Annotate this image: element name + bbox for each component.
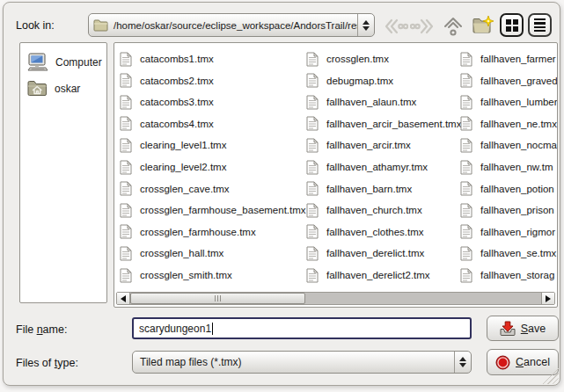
file-icon	[306, 95, 319, 110]
file-grid: catacombs1.tmx catacombs2.tmx catacombs3…	[114, 43, 557, 291]
file-item[interactable]: fallhaven_rigmor	[460, 223, 555, 241]
file-icon	[120, 181, 132, 196]
path-combobox[interactable]: /home/oskar/source/eclipse_workspace/And…	[88, 13, 375, 37]
file-item[interactable]: crossglen.tmx	[306, 50, 389, 68]
file-name-value: scarydungeon1	[139, 323, 211, 335]
file-icon	[120, 116, 132, 131]
forward-icon[interactable]	[410, 14, 435, 38]
file-icon	[460, 73, 472, 88]
up-folder-icon[interactable]	[441, 14, 465, 38]
file-item[interactable]: fallhaven_se.tmx	[460, 244, 556, 262]
file-name-label: fallhaven_arcir.tmx	[326, 140, 411, 150]
file-name-label: crossglen_hall.tmx	[140, 248, 223, 258]
file-item[interactable]: crossglen_hall.tmx	[120, 244, 223, 262]
file-name-label: fallhaven_church.tmx	[326, 205, 422, 215]
save-button-label: Save	[521, 323, 546, 335]
file-item[interactable]: fallhaven_nw.tm	[460, 158, 553, 176]
file-icon	[306, 203, 319, 218]
file-item[interactable]: fallhaven_ne.tmx	[460, 115, 557, 133]
file-item[interactable]: fallhaven_storag	[460, 266, 554, 284]
look-in-label: Look in:	[16, 19, 55, 32]
file-item[interactable]: crossglen_cave.tmx	[120, 180, 230, 198]
current-path: /home/oskar/source/eclipse_workspace/And…	[108, 20, 357, 31]
save-button[interactable]: Save	[487, 316, 559, 341]
file-icon	[460, 52, 472, 67]
file-name-label: catacombs1.tmx	[140, 54, 214, 64]
cancel-button-label: Cancel	[516, 356, 550, 368]
scrollbar-thumb[interactable]	[130, 293, 305, 304]
scroll-left-icon[interactable]	[117, 293, 130, 304]
file-item[interactable]: catacombs1.tmx	[120, 50, 214, 68]
file-name-label: debugmap.tmx	[326, 76, 393, 86]
file-type-combobox[interactable]: Tiled map files (*.tmx)	[132, 351, 472, 374]
file-item[interactable]: fallhaven_arcir.tmx	[306, 136, 411, 154]
file-icon	[460, 246, 472, 261]
file-item[interactable]: fallhaven_potion	[460, 180, 554, 198]
cancel-button[interactable]: Cancel	[487, 349, 559, 375]
grid-view-icon[interactable]	[500, 13, 524, 37]
file-item[interactable]: fallhaven_church.tmx	[306, 201, 422, 219]
file-name-label: fallhaven_alaun.tmx	[326, 97, 416, 107]
file-item[interactable]: fallhaven_arcir_basement.tmx	[306, 115, 461, 133]
file-icon	[306, 246, 319, 261]
file-item[interactable]: crossglen_farmhouse_basement.tmx	[120, 201, 306, 219]
file-icon	[306, 138, 319, 153]
file-item[interactable]: fallhaven_clothes.tmx	[306, 223, 424, 241]
file-item[interactable]: clearing_level2.tmx	[120, 158, 226, 176]
file-name-label: fallhaven_nocma	[480, 140, 557, 150]
computer-icon	[27, 53, 48, 71]
file-item[interactable]: crossglen_smith.tmx	[120, 266, 232, 284]
file-item[interactable]: fallhaven_farmer	[460, 50, 556, 68]
file-item[interactable]: fallhaven_alaun.tmx	[306, 93, 416, 111]
file-item[interactable]: catacombs3.tmx	[120, 93, 214, 111]
sidebar-item-label: Computer	[55, 56, 102, 69]
file-item[interactable]: catacombs4.tmx	[120, 115, 214, 133]
file-name-label: fallhaven_potion	[480, 184, 554, 194]
horizontal-scrollbar[interactable]	[116, 292, 555, 305]
file-name-label: clearing_level2.tmx	[140, 162, 226, 172]
save-icon	[500, 321, 516, 336]
file-name-label: catacombs4.tmx	[140, 119, 214, 129]
file-icon	[120, 203, 132, 218]
file-name-label: crossglen_farmhouse_basement.tmx	[140, 205, 306, 215]
file-name-label: fallhaven_farmer	[480, 54, 556, 64]
file-item[interactable]: debugmap.tmx	[306, 72, 393, 90]
path-combo-spinner-icon[interactable]	[357, 14, 374, 36]
file-icon	[120, 138, 132, 153]
file-item[interactable]: fallhaven_athamyr.tmx	[306, 158, 428, 176]
file-item[interactable]: fallhaven_graved	[460, 72, 557, 90]
type-combo-spinner-icon[interactable]	[454, 352, 471, 373]
file-name-label: fallhaven_barn.tmx	[326, 184, 412, 194]
file-item[interactable]: fallhaven_derelict2.tmx	[306, 266, 430, 284]
file-name-input[interactable]: scarydungeon1	[132, 317, 472, 339]
file-item[interactable]: fallhaven_prison	[460, 201, 554, 219]
file-icon	[120, 73, 132, 88]
list-view-icon[interactable]	[528, 13, 552, 37]
file-name-label: fallhaven_storag	[480, 270, 554, 280]
scroll-right-icon[interactable]	[541, 293, 554, 304]
sidebar-item-computer[interactable]: Computer	[20, 48, 106, 76]
file-name-label: fallhaven_derelict.tmx	[326, 248, 424, 258]
file-item[interactable]: clearing_level1.tmx	[120, 136, 226, 154]
home-folder-icon	[27, 80, 48, 97]
folder-icon	[93, 19, 108, 32]
file-name-label: catacombs3.tmx	[140, 97, 214, 107]
file-icon	[120, 52, 132, 67]
file-type-value: Tiled map files (*.tmx)	[133, 356, 454, 368]
file-item[interactable]: fallhaven_barn.tmx	[306, 180, 412, 198]
file-item[interactable]: fallhaven_nocma	[460, 136, 557, 154]
file-icon	[460, 138, 472, 153]
file-icon	[120, 268, 132, 283]
back-icon[interactable]	[384, 14, 408, 38]
file-icon	[460, 160, 472, 175]
file-item[interactable]: fallhaven_lumber	[460, 93, 557, 111]
file-item[interactable]: crossglen_farmhouse.tmx	[120, 223, 256, 241]
file-icon	[460, 268, 472, 283]
new-folder-icon[interactable]	[471, 13, 495, 37]
file-item[interactable]: fallhaven_derelict.tmx	[306, 244, 424, 262]
file-item[interactable]: catacombs2.tmx	[120, 72, 214, 90]
sidebar-item-home[interactable]: oskar	[20, 76, 106, 101]
file-name-label: fallhaven_nw.tm	[480, 162, 553, 172]
file-icon	[460, 95, 472, 110]
places-sidebar: Computer oskar	[19, 42, 107, 303]
